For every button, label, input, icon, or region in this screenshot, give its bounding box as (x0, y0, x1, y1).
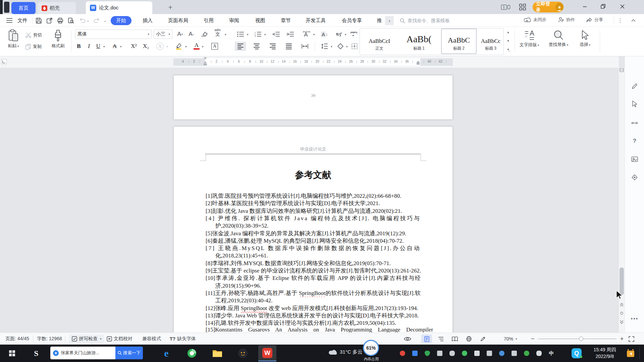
borders-icon[interactable] (350, 42, 359, 51)
ribbon-tab-section[interactable]: 章节 (278, 16, 294, 25)
previous-page-icon[interactable] (619, 302, 625, 308)
style-gallery-up-icon[interactable]: ▲ (505, 29, 511, 35)
restore-button[interactable] (598, 1, 608, 11)
outline-view-button[interactable] (435, 333, 446, 345)
export-icon[interactable] (45, 16, 54, 24)
strikethrough-icon[interactable]: A (111, 42, 119, 51)
ribbon-tab-developer[interactable]: 开发工具 (303, 16, 329, 25)
font-color-icon[interactable]: A (193, 42, 201, 51)
quick-access-more-icon[interactable]: ⌄ (102, 17, 108, 23)
weather-widget[interactable]: 31°C 多云 (329, 349, 363, 355)
qq-icon[interactable]: Q (570, 348, 583, 359)
wps-taskbar-button-active[interactable]: W (258, 345, 276, 361)
more-options-kebab-icon[interactable]: ⋮ (617, 17, 623, 24)
workspace-grid-icon[interactable] (519, 4, 526, 10)
print-preview-icon[interactable] (66, 16, 75, 24)
save-icon[interactable] (34, 16, 43, 24)
taskbar-clock[interactable]: 15:49 周四 2022/9/8 (586, 346, 623, 360)
document-canvas[interactable]: 39 毕业设计论文 参考文献 [1]巩蕾.医院挂号预约管理系统设计[J].电脑编… (0, 68, 619, 333)
tray-bluetooth-icon[interactable] (499, 351, 504, 356)
ie-browser-icon[interactable]: e (160, 348, 173, 359)
distribute-button[interactable] (299, 42, 311, 51)
horizontal-ruler[interactable]: 42246810121416182022242628303234364042 (0, 56, 619, 68)
bullet-list-icon[interactable] (235, 29, 246, 39)
underline-button[interactable]: U (95, 42, 102, 51)
select-button[interactable]: 选择▾ (575, 29, 595, 53)
paste-button[interactable]: 粘贴▾ (6, 29, 21, 53)
login-button[interactable]: 立即登录 (533, 2, 564, 12)
ribbon-tab-page-layout[interactable]: 页面布局 (165, 16, 191, 25)
taskbar-search-button[interactable]: 搜索一下 (115, 347, 143, 359)
bold-button[interactable]: B (74, 42, 83, 51)
notification-center-icon[interactable] (625, 348, 637, 359)
word-count[interactable]: 字数: 12968 (37, 333, 62, 345)
subscript-button[interactable]: X₂ (141, 42, 151, 51)
decrease-indent-icon[interactable] (270, 29, 282, 39)
superscript-button[interactable]: X² (129, 42, 139, 51)
dark-app-icon[interactable] (236, 348, 250, 359)
taskbar-search-box[interactable]: e 张家界天门山旅游... 搜索一下 (50, 347, 143, 359)
tray-green-dot-icon[interactable] (462, 351, 467, 356)
panel-more-dots-icon[interactable]: ••• (629, 313, 640, 324)
align-left-button[interactable] (235, 42, 246, 51)
fullscreen-icon[interactable] (629, 333, 634, 345)
ribbon-tab-insert[interactable]: 插入 (140, 16, 156, 25)
help-icon[interactable]: ? (629, 135, 640, 147)
text-direction-icon[interactable]: A↓ (319, 29, 330, 39)
measure-line-icon[interactable] (629, 117, 640, 129)
tray-volume-icon[interactable] (536, 351, 542, 356)
first-line-indent-marker[interactable] (203, 57, 208, 67)
tray-bell-icon[interactable] (449, 351, 455, 356)
undo-dropdown-icon[interactable]: ▾ (87, 19, 89, 23)
green-browser-icon[interactable] (185, 348, 199, 359)
ribbon-tab-member[interactable]: 会员专享 (339, 16, 365, 25)
shading-dropdown-icon[interactable]: ▾ (346, 45, 348, 48)
font-size-select[interactable]: 小三▾ (154, 29, 172, 39)
s-app-icon[interactable]: S (30, 348, 43, 359)
tray-red-app-icon[interactable] (400, 351, 405, 356)
missing-font-button[interactable]: T? 缺失字体 (170, 333, 196, 345)
justify-button[interactable] (283, 42, 294, 51)
decrease-font-icon[interactable]: A− (186, 29, 197, 39)
ribbon-tab-review[interactable]: 审阅 (226, 16, 242, 25)
eye-protect-icon[interactable] (404, 333, 411, 345)
ribbon-tab-scroll-right-icon[interactable]: › (385, 16, 394, 25)
highlight-color-icon[interactable] (174, 42, 184, 51)
line-spacing-dropdown-icon[interactable]: ▾ (331, 45, 332, 48)
style-gallery-more-icon[interactable]: ▼̲ (505, 47, 511, 52)
page-previous[interactable]: 39 (173, 75, 453, 120)
style-heading-2-selected[interactable]: AaBbC 标题 2 (441, 28, 477, 54)
undo-icon[interactable] (78, 16, 87, 24)
ribbon-tab-home[interactable]: 开始 (111, 16, 131, 25)
tray-leaf-icon[interactable] (524, 351, 529, 356)
select-arrow-icon[interactable] (629, 99, 640, 110)
redo-icon[interactable] (93, 16, 101, 24)
print-icon[interactable] (56, 16, 64, 24)
character-scale-icon[interactable] (301, 29, 313, 39)
tab-selector-box[interactable] (1, 59, 7, 64)
collaborate-button[interactable]: 协作 (558, 17, 575, 23)
tray-monitor-icon[interactable] (487, 351, 492, 356)
ribbon-tab-recommend-truncated[interactable]: 推 (375, 16, 384, 25)
style-heading-1[interactable]: AaBb( 标题 1 (397, 28, 440, 53)
command-search-input[interactable]: 查找命令、搜索模板 (400, 16, 477, 25)
right-indent-marker[interactable] (416, 60, 420, 65)
numbered-list-dropdown-icon[interactable]: ▾ (264, 33, 266, 36)
text-layout-button[interactable]: 文字排版▾ (517, 29, 542, 53)
tab-docer[interactable]: 稻壳 (38, 2, 76, 14)
zoom-slider-handle[interactable] (579, 337, 583, 341)
zoom-out-icon[interactable]: − (529, 333, 537, 345)
ribbon-tab-references[interactable]: 引用 (201, 16, 217, 25)
pinyin-dropdown-icon[interactable]: ▾ (225, 33, 226, 36)
format-painter-button[interactable]: 格式刷 (48, 29, 68, 53)
close-icon[interactable] (617, 1, 627, 11)
italic-button[interactable]: I (85, 42, 93, 51)
font-color-dropdown-icon[interactable]: ▾ (202, 45, 204, 48)
line-spacing-icon[interactable] (319, 42, 330, 51)
tray-usb-icon[interactable] (512, 351, 517, 356)
window-switch-icon[interactable]: 1 (500, 3, 511, 11)
compat-mode-label[interactable]: 兼容模式 (142, 333, 161, 345)
increase-indent-icon[interactable] (284, 29, 296, 39)
show-desktop-button[interactable] (640, 345, 644, 362)
tab-stop-icon[interactable] (349, 29, 359, 39)
